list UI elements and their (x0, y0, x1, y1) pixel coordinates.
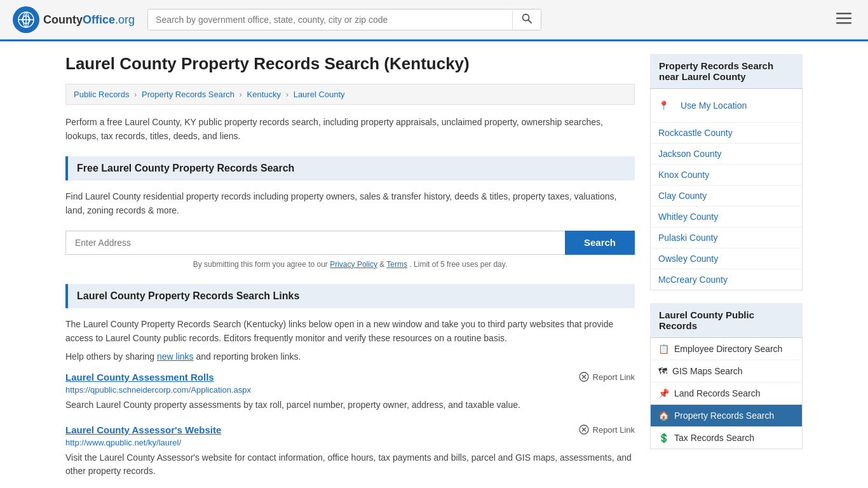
property-icon: 🏠 (658, 410, 669, 421)
breadcrumb-kentucky[interactable]: Kentucky (247, 90, 281, 99)
list-item: Clay County (651, 186, 802, 207)
jackson-county-link[interactable]: Jackson County (651, 144, 802, 164)
record-item-gis: 🗺 GIS Maps Search (651, 360, 802, 383)
link-title-1[interactable]: Laurel County Assessment Rolls (65, 372, 214, 383)
logo-link[interactable]: CountyOffice.org (13, 6, 135, 33)
global-search-input[interactable] (148, 10, 512, 30)
public-records-list: 📋 Employee Directory Search 🗺 GIS Maps S… (650, 338, 803, 449)
use-location-link[interactable]: Use My Location (673, 95, 754, 116)
gis-icon: 🗺 (658, 366, 667, 376)
list-item: McCreary County (651, 269, 802, 290)
tax-label: Tax Records Search (674, 433, 754, 443)
rockcastle-county-link[interactable]: Rockcastle County (651, 123, 802, 143)
record-item-tax: 💲 Tax Records Search (651, 427, 802, 449)
public-records-section: Laurel County Public Records 📋 Employee … (650, 303, 803, 449)
free-search-section: Free Laurel County Property Records Sear… (65, 156, 635, 269)
employee-directory-link[interactable]: 📋 Employee Directory Search (651, 338, 802, 360)
svg-line-6 (529, 20, 532, 24)
global-search-bar (147, 9, 541, 30)
breadcrumb: Public Records › Property Records Search… (65, 84, 635, 105)
report-link-btn-2[interactable]: Report Link (579, 424, 635, 435)
gis-maps-link[interactable]: 🗺 GIS Maps Search (651, 360, 802, 382)
pulaski-county-link[interactable]: Pulaski County (651, 227, 802, 248)
content-area: Laurel County Property Records Search (K… (65, 54, 635, 488)
link-item-1: Laurel County Assessment Rolls Report Li… (65, 372, 635, 412)
report-label-2: Report Link (593, 425, 635, 435)
location-pin-icon: 📍 (658, 100, 669, 111)
report-label-1: Report Link (593, 372, 635, 382)
tax-icon: 💲 (658, 433, 669, 443)
breadcrumb-sep-3: › (286, 90, 288, 99)
svg-rect-8 (836, 18, 851, 20)
address-search-form: Search (65, 231, 635, 255)
property-label: Property Records Search (674, 410, 774, 421)
hamburger-icon (836, 13, 851, 24)
report-link-btn-1[interactable]: Report Link (579, 372, 635, 382)
list-item: Knox County (651, 165, 802, 186)
main-container: Laurel County Property Records Search (K… (53, 41, 815, 488)
whitley-county-link[interactable]: Whitley County (651, 207, 802, 227)
new-links-link[interactable]: new links (157, 351, 194, 362)
mccreary-county-link[interactable]: McCreary County (651, 269, 802, 290)
breadcrumb-property-records[interactable]: Property Records Search (142, 90, 234, 99)
page-description: Perform a free Laurel County, KY public … (65, 115, 635, 144)
site-header: CountyOffice.org (0, 0, 868, 41)
report-icon-1 (579, 372, 589, 382)
link-item-2-header: Laurel County Assessor's Website Report … (65, 424, 635, 435)
link-desc-2: Visit the Laurel County Assessor's websi… (65, 451, 635, 478)
logo-icon (13, 6, 39, 33)
owsley-county-link[interactable]: Owsley County (651, 248, 802, 269)
knox-county-link[interactable]: Knox County (651, 165, 802, 185)
land-label: Land Records Search (674, 388, 760, 398)
land-icon: 📌 (658, 388, 669, 398)
link-desc-1: Search Laurel County property assessment… (65, 398, 635, 412)
links-section: Laurel County Property Records Search Li… (65, 284, 635, 478)
hamburger-menu-button[interactable] (832, 8, 855, 32)
nearby-counties-section: Property Records Search near Laurel Coun… (650, 54, 803, 290)
breadcrumb-public-records[interactable]: Public Records (74, 90, 129, 99)
address-input[interactable] (65, 231, 565, 255)
nearby-counties-list: 📍 Use My Location Rockcastle County Jack… (650, 89, 803, 290)
logo-text: CountyOffice.org (43, 13, 135, 27)
employee-icon: 📋 (658, 344, 669, 354)
search-icon (522, 13, 532, 24)
gis-label: GIS Maps Search (672, 366, 743, 376)
search-button[interactable]: Search (565, 231, 635, 255)
page-title: Laurel County Property Records Search (K… (65, 54, 635, 74)
limit-text: . Limit of 5 free uses per day. (409, 260, 507, 269)
list-item: Owsley County (651, 248, 802, 269)
tax-records-link[interactable]: 💲 Tax Records Search (651, 427, 802, 449)
link-title-2[interactable]: Laurel County Assessor's Website (65, 424, 221, 435)
clay-county-link[interactable]: Clay County (651, 186, 802, 206)
new-links-pre: Help others by sharing (65, 351, 154, 362)
new-links-post: and reporting broken links. (196, 351, 301, 362)
link-item-1-header: Laurel County Assessment Rolls Report Li… (65, 372, 635, 383)
svg-rect-9 (836, 22, 851, 24)
free-search-desc: Find Laurel County residential property … (65, 189, 635, 218)
breadcrumb-laurel-county[interactable]: Laurel County (294, 90, 345, 99)
list-item: Pulaski County (651, 227, 802, 248)
link-url-2[interactable]: http://www.qpublic.net/ky/laurel/ (65, 438, 635, 447)
list-item: Jackson County (651, 144, 802, 165)
breadcrumb-sep-2: › (240, 90, 242, 99)
privacy-policy-link[interactable]: Privacy Policy (330, 260, 377, 269)
record-item-property: 🏠 Property Records Search (651, 405, 802, 427)
new-links-line: Help others by sharing new links and rep… (65, 351, 635, 362)
record-item-land: 📌 Land Records Search (651, 383, 802, 405)
employee-label: Employee Directory Search (674, 344, 782, 354)
land-records-link[interactable]: 📌 Land Records Search (651, 383, 802, 404)
list-item: Whitley County (651, 207, 802, 227)
terms-link[interactable]: Terms (386, 260, 407, 269)
links-description: The Laurel County Property Records Searc… (65, 317, 635, 346)
record-item-employee: 📋 Employee Directory Search (651, 338, 802, 360)
link-item-2: Laurel County Assessor's Website Report … (65, 424, 635, 478)
list-item: Rockcastle County (651, 123, 802, 144)
disclaimer-text: By submitting this form you agree to our (193, 260, 328, 269)
public-records-header: Laurel County Public Records (650, 303, 803, 338)
link-url-1[interactable]: https://qpublic.schneidercorp.com/Applic… (65, 385, 635, 395)
use-location-item: 📍 Use My Location (651, 89, 802, 123)
form-disclaimer: By submitting this form you agree to our… (65, 260, 635, 269)
free-search-header: Free Laurel County Property Records Sear… (65, 156, 635, 180)
global-search-button[interactable] (512, 10, 541, 30)
property-records-link[interactable]: 🏠 Property Records Search (651, 405, 802, 426)
